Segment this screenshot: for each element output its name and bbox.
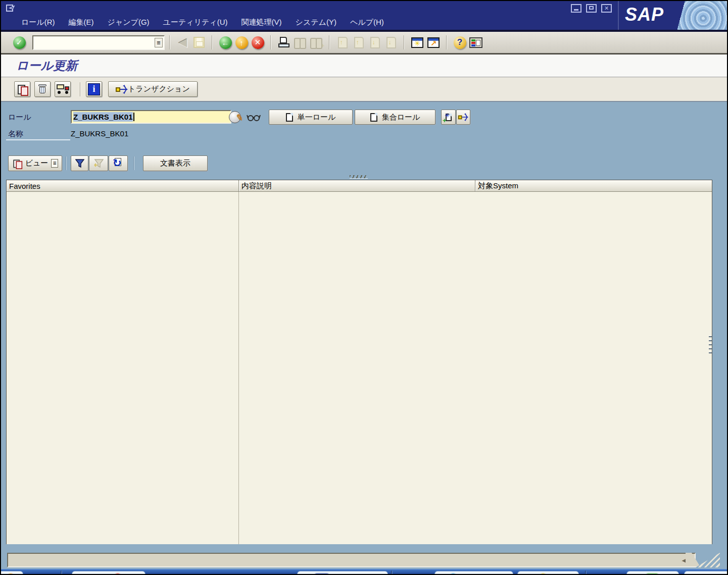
cancel-icon[interactable]: ✕ bbox=[250, 34, 266, 50]
title-strip: ロール更新 bbox=[1, 55, 727, 77]
taskbar-separator bbox=[585, 570, 587, 575]
toolbar-separator bbox=[169, 35, 170, 49]
transaction-button-label: トランザクション bbox=[128, 84, 190, 94]
windows-taskbar bbox=[1, 569, 727, 575]
favorites-table-body[interactable] bbox=[7, 192, 712, 544]
create-shortcut-icon[interactable]: ↗ bbox=[425, 34, 442, 50]
menu-system[interactable]: システム(Y) bbox=[296, 18, 336, 27]
toolbar-separator bbox=[80, 82, 81, 96]
application-toolbar: i トランザクション bbox=[1, 77, 727, 102]
column-header-target-system[interactable]: 対象System bbox=[475, 180, 712, 191]
single-role-button-label: 単一ロール bbox=[298, 113, 336, 122]
document-display-button-label: 文書表示 bbox=[160, 159, 190, 168]
refresh-icon: ↻ bbox=[113, 158, 124, 169]
sap-gui-window: ✕ ロール(R) 編集(E) ジャンプ(G) ユーティリティ(U) 関連処理(V… bbox=[0, 0, 728, 575]
name-field-label: 名称 bbox=[8, 129, 23, 139]
find-next-icon: + bbox=[308, 34, 324, 50]
menu-utilities[interactable]: ユーティリティ(U) bbox=[163, 18, 228, 27]
status-message-field bbox=[7, 553, 696, 567]
splitter-grip[interactable] bbox=[709, 335, 712, 354]
role-field-label: ロール bbox=[8, 113, 31, 122]
window-controls: ✕ bbox=[571, 4, 612, 13]
filter-button[interactable] bbox=[71, 155, 88, 171]
exit-icon[interactable]: ↑ bbox=[233, 34, 250, 50]
system-menu-icon[interactable] bbox=[6, 5, 15, 12]
display-change-toggle-icon[interactable]: ✎ bbox=[226, 110, 243, 124]
transaction-icon bbox=[116, 84, 128, 94]
composite-role-button[interactable]: 集合ロール bbox=[355, 110, 435, 125]
single-role-button[interactable]: 単一ロール bbox=[269, 110, 353, 125]
remove-filter-button bbox=[89, 155, 108, 171]
maximize-button[interactable] bbox=[586, 4, 597, 13]
document-display-button[interactable]: 文書表示 bbox=[143, 155, 208, 171]
column-header-favorites[interactable]: Favorites bbox=[7, 180, 239, 191]
back-triangle-glyph: ◀ bbox=[179, 36, 187, 49]
local-back-icon[interactable]: ◀ bbox=[175, 34, 191, 50]
toolbar-separator bbox=[133, 156, 134, 170]
copy-role-button[interactable] bbox=[14, 81, 30, 97]
command-history-dropdown-icon[interactable]: ≣ bbox=[155, 38, 163, 47]
help-icon[interactable]: ? bbox=[452, 34, 468, 50]
truck-icon bbox=[56, 84, 70, 94]
toolbar-separator bbox=[329, 35, 330, 49]
role-input[interactable]: Z_BUKRS_BK01 bbox=[71, 110, 231, 124]
taskbar-button[interactable] bbox=[297, 571, 388, 575]
column-header-description[interactable]: 内容説明 bbox=[239, 180, 475, 191]
transaction-icon bbox=[458, 113, 468, 122]
trash-icon bbox=[38, 84, 46, 94]
text-cursor bbox=[133, 113, 134, 121]
toolbar-separator bbox=[66, 156, 67, 170]
view-button[interactable]: ビュー ≣ bbox=[8, 155, 62, 171]
enter-check-glyph: ✓ bbox=[13, 36, 26, 49]
enter-icon[interactable]: ✓ bbox=[11, 34, 27, 50]
back-arrow-glyph: ← bbox=[219, 36, 232, 49]
taskbar-button[interactable] bbox=[684, 571, 727, 575]
menu-edit[interactable]: 編集(E) bbox=[69, 18, 94, 27]
taskbar-button[interactable] bbox=[72, 571, 145, 575]
menu-environment[interactable]: 関連処理(V) bbox=[241, 18, 282, 27]
toolbar-separator bbox=[270, 35, 271, 49]
menu-role[interactable]: ロール(R) bbox=[21, 18, 55, 27]
funnel-disabled-icon bbox=[93, 159, 104, 168]
favorites-table-header: Favorites 内容説明 対象System bbox=[7, 180, 712, 192]
sap-logo: SAP bbox=[618, 1, 727, 30]
refresh-button[interactable]: ↻ bbox=[109, 155, 128, 171]
create-role-icon-button[interactable]: ✳ + bbox=[441, 110, 456, 125]
transaction-button[interactable]: トランザクション bbox=[108, 81, 198, 97]
find-icon bbox=[292, 34, 308, 50]
delete-role-button[interactable] bbox=[34, 81, 51, 97]
copy-icon bbox=[17, 84, 27, 94]
next-page-icon: ↓ bbox=[367, 34, 383, 50]
display-glasses-icon[interactable] bbox=[245, 110, 262, 124]
minimize-button[interactable] bbox=[571, 4, 581, 13]
command-input[interactable] bbox=[33, 36, 164, 49]
menu-help[interactable]: ヘルプ(H) bbox=[350, 18, 384, 27]
name-value: Z_BUKRS_BK01 bbox=[71, 129, 128, 138]
view-icon bbox=[13, 159, 21, 168]
information-button[interactable]: i bbox=[86, 81, 102, 97]
transport-role-button[interactable] bbox=[55, 81, 71, 97]
view-dropdown-icon: ≣ bbox=[51, 159, 58, 168]
taskbar-button[interactable] bbox=[626, 571, 679, 575]
taskbar-button[interactable] bbox=[517, 571, 579, 575]
taskbar-button[interactable] bbox=[1, 571, 23, 575]
info-icon: i bbox=[88, 83, 100, 95]
menu-goto[interactable]: ジャンプ(G) bbox=[108, 18, 150, 27]
column-resize-grip[interactable] bbox=[350, 175, 368, 178]
main-content: ロール Z_BUKRS_BK01 ✎ 単一ロール 集合ロール ✳ + bbox=[1, 102, 727, 551]
name-underline bbox=[6, 139, 70, 140]
role-input-selected-text: Z_BUKRS_BK01 bbox=[73, 112, 133, 122]
role-assignment-icon-button[interactable] bbox=[456, 110, 470, 125]
back-icon[interactable]: ← bbox=[217, 34, 233, 50]
funnel-icon bbox=[75, 159, 84, 168]
taskbar-separator bbox=[391, 570, 393, 575]
new-session-icon[interactable]: ✳ bbox=[409, 34, 425, 50]
standard-toolbar: ✓ ≣ ◀ ← ↑ ✕ + ↑ ↑ bbox=[1, 30, 727, 55]
customize-layout-icon[interactable] bbox=[468, 34, 484, 50]
document-icon bbox=[286, 113, 293, 122]
close-button[interactable]: ✕ bbox=[601, 4, 612, 13]
first-page-icon: ↑ bbox=[334, 34, 351, 50]
print-icon[interactable] bbox=[276, 34, 292, 50]
taskbar-button[interactable] bbox=[434, 571, 513, 575]
sap-logo-text: SAP bbox=[625, 4, 664, 25]
